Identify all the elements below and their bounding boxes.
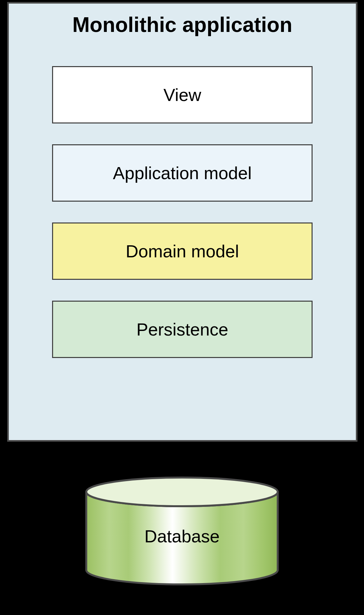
layer-domain-model-label: Domain model	[126, 241, 239, 261]
layer-view: View	[52, 66, 313, 123]
layer-persistence-label: Persistence	[136, 319, 228, 339]
monolithic-application-container: Monolithic application View Application …	[7, 2, 357, 442]
database-label: Database	[84, 526, 280, 546]
layer-persistence: Persistence	[52, 301, 313, 358]
layer-application-model: Application model	[52, 144, 313, 202]
database-cylinder: Database	[84, 476, 280, 586]
layer-view-label: View	[163, 85, 201, 105]
layer-application-model-label: Application model	[113, 163, 252, 183]
layer-domain-model: Domain model	[52, 222, 313, 280]
svg-point-0	[86, 478, 278, 506]
container-title: Monolithic application	[9, 13, 356, 37]
